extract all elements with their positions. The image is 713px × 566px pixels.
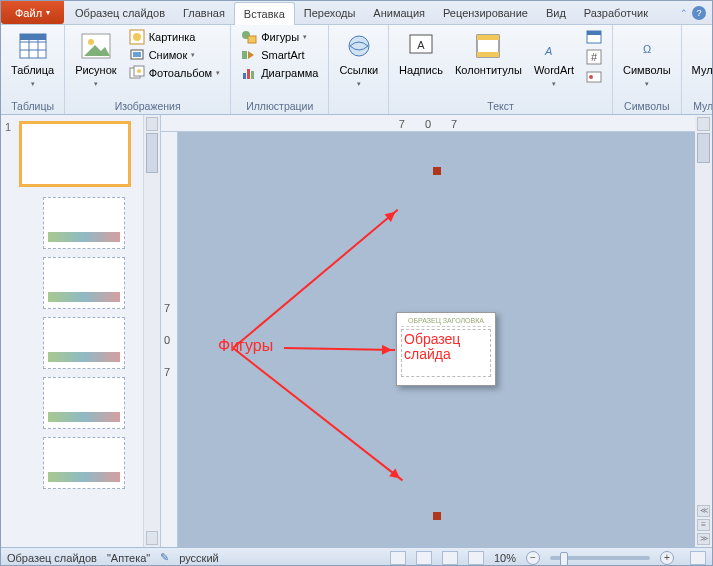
chart-icon bbox=[241, 65, 257, 81]
vertical-scrollbar[interactable]: ≪≡≫ bbox=[695, 115, 712, 547]
thumbnail-list[interactable]: 1 bbox=[1, 115, 143, 547]
status-language[interactable]: русский bbox=[179, 552, 218, 564]
svg-rect-21 bbox=[247, 69, 250, 79]
symbols-button[interactable]: Ω Символы bbox=[619, 28, 675, 99]
photoalbum-label: Фотоальбом bbox=[149, 67, 213, 79]
chart-label: Диаграмма bbox=[261, 67, 318, 79]
tab-insert[interactable]: Вставка bbox=[234, 2, 295, 25]
datetime-button[interactable] bbox=[582, 28, 606, 46]
proofing-icon[interactable]: ✎ bbox=[160, 551, 169, 564]
slide-edit-area: 7 0 7 7 0 7 Фигуры ОБРАЗЕЦ ЗАГОЛОВКА bbox=[161, 115, 712, 547]
fit-to-window-button[interactable] bbox=[690, 551, 706, 565]
svg-point-15 bbox=[137, 69, 141, 73]
annotation-arrow bbox=[284, 347, 395, 351]
slide-canvas[interactable]: Фигуры ОБРАЗЕЦ ЗАГОЛОВКА Образец слайда bbox=[178, 132, 695, 547]
sorter-view-button[interactable] bbox=[416, 551, 432, 565]
table-button[interactable]: Таблица bbox=[7, 28, 58, 99]
group-illustrations: Фигуры ▾ SmartArt Диаграмма Иллюстрации bbox=[231, 25, 329, 114]
status-theme: "Аптека" bbox=[107, 552, 150, 564]
screenshot-label: Снимок bbox=[149, 49, 188, 61]
normal-view-button[interactable] bbox=[390, 551, 406, 565]
next-slide-button[interactable]: ≫ bbox=[697, 533, 710, 545]
tab-developer[interactable]: Разработчик bbox=[575, 1, 657, 24]
object-icon bbox=[586, 69, 602, 85]
horizontal-ruler: 7 0 7 bbox=[161, 115, 695, 132]
tab-slide-master[interactable]: Образец слайдов bbox=[66, 1, 174, 24]
clipart-button[interactable]: Картинка bbox=[125, 28, 225, 46]
ruler-tick-label: 0 bbox=[425, 118, 431, 130]
layout-thumb[interactable] bbox=[43, 437, 125, 489]
smartart-label: SmartArt bbox=[261, 49, 304, 61]
svg-text:#: # bbox=[591, 51, 598, 63]
menu-scroll-button[interactable]: ≡ bbox=[697, 519, 710, 531]
svg-rect-20 bbox=[243, 73, 246, 79]
tab-transitions[interactable]: Переходы bbox=[295, 1, 365, 24]
reading-view-button[interactable] bbox=[442, 551, 458, 565]
sample-slide-box[interactable]: ОБРАЗЕЦ ЗАГОЛОВКА Образец слайда bbox=[396, 312, 496, 386]
picture-label: Рисунок bbox=[75, 64, 117, 88]
group-symbols: Ω Символы Символы bbox=[613, 25, 682, 114]
links-label: Ссылки bbox=[339, 64, 378, 88]
svg-rect-28 bbox=[477, 52, 499, 57]
shape-marker[interactable] bbox=[433, 167, 441, 175]
shapes-label: Фигуры bbox=[261, 31, 299, 43]
links-button[interactable]: Ссылки bbox=[335, 28, 382, 111]
slideshow-view-button[interactable] bbox=[468, 551, 484, 565]
zoom-slider[interactable] bbox=[550, 556, 650, 560]
vertical-ruler: 7 0 7 bbox=[161, 132, 178, 547]
datetime-icon bbox=[586, 29, 602, 45]
group-label-images: Изображения bbox=[115, 99, 181, 113]
screenshot-button[interactable]: Снимок ▾ bbox=[125, 46, 225, 64]
group-label-symbols: Символы bbox=[624, 99, 669, 113]
media-button[interactable]: Мультимедиа bbox=[688, 28, 713, 99]
slidenumber-button[interactable]: # bbox=[582, 48, 606, 66]
svg-point-10 bbox=[133, 33, 141, 41]
annotation-arrow bbox=[232, 347, 403, 481]
svg-text:Ω: Ω bbox=[643, 43, 651, 55]
minimize-ribbon-icon[interactable]: ⌃ bbox=[680, 8, 688, 18]
smartart-button[interactable]: SmartArt bbox=[237, 46, 322, 64]
table-label: Таблица bbox=[11, 64, 54, 88]
layout-thumb[interactable] bbox=[43, 257, 125, 309]
help-icon[interactable]: ? bbox=[692, 6, 706, 20]
thumbnail-scrollbar[interactable] bbox=[143, 115, 160, 547]
sample-slide-header: ОБРАЗЕЦ ЗАГОЛОВКА bbox=[401, 317, 491, 327]
tab-animation[interactable]: Анимация bbox=[364, 1, 434, 24]
photoalbum-button[interactable]: Фотоальбом ▾ bbox=[125, 64, 225, 82]
layout-thumb[interactable] bbox=[43, 197, 125, 249]
textbox-button[interactable]: A Надпись bbox=[395, 28, 447, 99]
shapes-button[interactable]: Фигуры ▾ bbox=[237, 28, 322, 46]
svg-point-35 bbox=[589, 75, 593, 79]
textbox-icon: A bbox=[405, 30, 437, 62]
layout-thumb[interactable] bbox=[43, 377, 125, 429]
zoom-in-button[interactable]: + bbox=[660, 551, 674, 565]
file-tab[interactable]: Файл bbox=[1, 1, 64, 24]
tab-review[interactable]: Рецензирование bbox=[434, 1, 537, 24]
zoom-percent[interactable]: 10% bbox=[494, 552, 516, 564]
zoom-out-button[interactable]: − bbox=[526, 551, 540, 565]
tab-home[interactable]: Главная bbox=[174, 1, 234, 24]
svg-point-7 bbox=[88, 39, 94, 45]
group-tables: Таблица Таблицы bbox=[1, 25, 65, 114]
picture-button[interactable]: Рисунок bbox=[71, 28, 121, 99]
svg-marker-19 bbox=[248, 51, 254, 59]
status-mode: Образец слайдов bbox=[7, 552, 97, 564]
master-slide-preview bbox=[19, 121, 131, 187]
chart-button[interactable]: Диаграмма bbox=[237, 64, 322, 82]
tab-view[interactable]: Вид bbox=[537, 1, 575, 24]
wordart-icon: A bbox=[538, 30, 570, 62]
prev-slide-button[interactable]: ≪ bbox=[697, 505, 710, 517]
object-button[interactable] bbox=[582, 68, 606, 86]
wordart-button[interactable]: A WordArt bbox=[530, 28, 578, 99]
shape-marker[interactable] bbox=[433, 512, 441, 520]
ruler-tick-label: 7 bbox=[164, 302, 170, 314]
workspace: 1 7 0 7 7 0 7 bbox=[1, 115, 712, 547]
wordart-label: WordArt bbox=[534, 64, 574, 88]
master-slide-thumb[interactable]: 1 bbox=[5, 121, 139, 187]
layout-thumb[interactable] bbox=[43, 317, 125, 369]
shapes-icon bbox=[241, 29, 257, 45]
svg-rect-27 bbox=[477, 35, 499, 40]
svg-rect-31 bbox=[587, 31, 601, 35]
group-media: Мультимедиа Мультимедиа bbox=[682, 25, 713, 114]
headerfooter-button[interactable]: Колонтитулы bbox=[451, 28, 526, 99]
